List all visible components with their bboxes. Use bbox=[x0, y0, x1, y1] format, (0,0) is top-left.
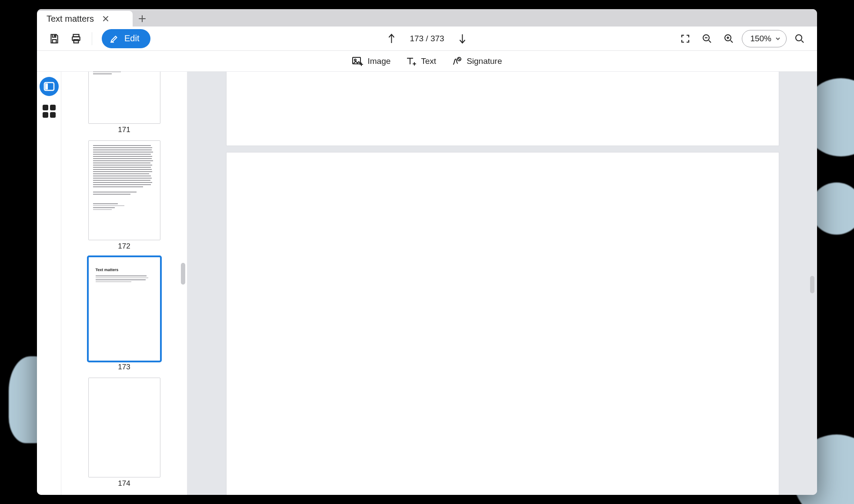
thumbnail-label: 174 bbox=[88, 479, 160, 488]
image-icon bbox=[352, 56, 363, 66]
thumbnail-heading: Text matters bbox=[96, 268, 156, 272]
edit-button-label: Edit bbox=[124, 33, 139, 43]
page-viewer[interactable] bbox=[187, 72, 817, 495]
page-current bbox=[227, 153, 779, 495]
new-tab-button[interactable] bbox=[133, 11, 152, 27]
page-indicator: 173 / 373 bbox=[410, 34, 444, 43]
thumbnail-page-172[interactable] bbox=[88, 140, 160, 240]
thumbnail-label: 173 bbox=[88, 363, 160, 371]
search-button[interactable] bbox=[791, 30, 808, 47]
insert-signature-button[interactable]: Signature bbox=[451, 56, 502, 66]
thumbnail-page-171[interactable] bbox=[88, 72, 160, 124]
svg-point-8 bbox=[354, 59, 356, 61]
thumbnail-page-173[interactable]: Text matters bbox=[88, 257, 160, 361]
thumbnails-panel: 171 bbox=[61, 72, 187, 495]
thumbnail-label: 172 bbox=[88, 242, 160, 251]
insert-image-label: Image bbox=[367, 56, 390, 66]
insert-toolbar: Image Text Signature bbox=[37, 51, 817, 72]
save-button[interactable] bbox=[46, 30, 63, 47]
next-page-button[interactable] bbox=[454, 30, 471, 47]
insert-text-label: Text bbox=[421, 56, 436, 66]
pencil-icon bbox=[110, 34, 119, 43]
decorative-cloud bbox=[811, 182, 854, 235]
viewer-scrollbar[interactable] bbox=[810, 276, 814, 293]
svg-point-0 bbox=[54, 35, 55, 36]
zoom-out-button[interactable] bbox=[698, 30, 716, 47]
signature-icon bbox=[451, 56, 462, 66]
prev-page-button[interactable] bbox=[383, 30, 400, 47]
insert-signature-label: Signature bbox=[467, 56, 502, 66]
toolbar-separator bbox=[92, 32, 92, 45]
tab-document[interactable]: Text matters bbox=[37, 11, 133, 27]
left-rail bbox=[37, 72, 61, 495]
text-icon bbox=[405, 56, 417, 66]
thumbnail-label: 171 bbox=[88, 126, 160, 134]
page-nav: 173 / 373 bbox=[383, 30, 471, 47]
thumbnails-scrollbar[interactable] bbox=[181, 263, 185, 285]
print-button[interactable] bbox=[67, 30, 85, 47]
tab-title: Text matters bbox=[47, 14, 94, 24]
zoom-dropdown[interactable]: 150% bbox=[742, 30, 787, 47]
close-tab-icon[interactable] bbox=[101, 14, 110, 23]
zoom-value: 150% bbox=[750, 34, 771, 43]
insert-image-button[interactable]: Image bbox=[352, 56, 390, 66]
main-toolbar: Edit 173 / 373 bbox=[37, 27, 817, 51]
thumbnail-grid-button[interactable] bbox=[43, 105, 56, 118]
chevron-down-icon bbox=[775, 36, 781, 42]
zoom-in-button[interactable] bbox=[720, 30, 737, 47]
svg-rect-11 bbox=[45, 83, 48, 90]
tab-strip: Text matters bbox=[37, 9, 817, 27]
app-window: Text matters bbox=[37, 9, 817, 495]
content-area: 171 bbox=[37, 72, 817, 495]
page-previous-bottom bbox=[227, 72, 779, 146]
thumbnail-page-174[interactable] bbox=[88, 378, 160, 477]
edit-button[interactable]: Edit bbox=[102, 29, 150, 48]
panel-toggle-button[interactable] bbox=[40, 77, 59, 96]
insert-text-button[interactable]: Text bbox=[405, 56, 436, 66]
fullscreen-button[interactable] bbox=[677, 30, 694, 47]
svg-point-6 bbox=[796, 35, 802, 41]
